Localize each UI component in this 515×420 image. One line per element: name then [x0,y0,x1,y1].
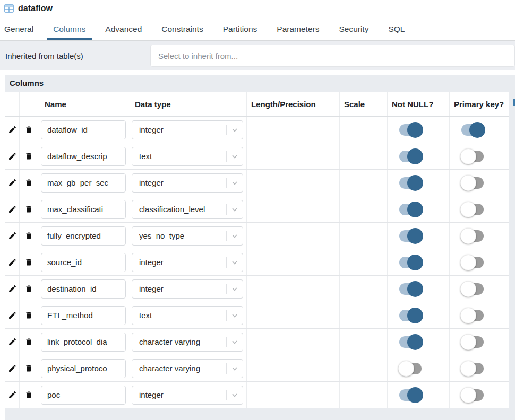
not-null-toggle[interactable] [398,175,424,191]
not-null-toggle[interactable] [398,387,424,403]
data-type-select[interactable]: text [132,147,243,166]
data-type-select[interactable]: character varying [132,359,243,378]
column-name-input[interactable] [41,332,126,352]
data-type-select[interactable]: integer [132,173,243,192]
length-precision-cell[interactable] [247,170,340,196]
not-null-toggle[interactable] [398,281,424,297]
data-type-select[interactable]: character varying [132,332,243,352]
delete-row-button[interactable] [20,196,38,222]
not-null-toggle[interactable] [398,148,424,164]
scale-cell[interactable] [340,196,388,222]
scale-cell[interactable] [340,143,388,169]
data-type-value: character varying [132,364,226,373]
length-precision-cell[interactable] [247,355,340,381]
scale-cell[interactable] [340,329,388,355]
edit-row-button[interactable] [5,249,20,275]
column-name-input[interactable] [41,147,126,166]
trash-icon [24,231,33,240]
primary-key-toggle[interactable] [460,361,486,377]
primary-key-toggle[interactable] [460,202,486,217]
scale-cell[interactable] [340,117,388,143]
tab-columns[interactable]: Columns [47,18,92,40]
delete-row-button[interactable] [20,382,38,408]
data-type-select[interactable]: integer [132,120,243,139]
primary-key-toggle[interactable] [460,387,486,403]
tab-advanced[interactable]: Advanced [99,18,148,40]
scale-cell[interactable] [340,223,388,249]
column-name-input[interactable] [41,200,126,219]
tab-parameters[interactable]: Parameters [270,18,325,40]
edit-row-button[interactable] [5,382,20,408]
column-name-input[interactable] [41,120,126,139]
length-precision-cell[interactable] [247,196,340,222]
delete-row-button[interactable] [20,117,38,143]
edit-row-button[interactable] [5,355,20,381]
primary-key-toggle[interactable] [460,334,486,350]
not-null-toggle[interactable] [398,202,424,217]
column-name-input[interactable] [41,253,126,272]
tab-partitions[interactable]: Partitions [217,18,264,40]
length-precision-cell[interactable] [247,329,340,355]
primary-key-toggle[interactable] [460,148,486,164]
tab-sql[interactable]: SQL [382,18,411,40]
edit-row-button[interactable] [5,170,20,196]
primary-key-toggle[interactable] [460,175,486,191]
scale-cell[interactable] [340,355,388,381]
length-precision-cell[interactable] [247,382,340,408]
scale-cell[interactable] [340,302,388,328]
column-name-input[interactable] [41,226,126,246]
length-precision-cell[interactable] [247,117,340,143]
scale-cell[interactable] [340,170,388,196]
data-type-select[interactable]: integer [132,253,243,272]
not-null-toggle[interactable] [398,122,424,138]
tab-constraints[interactable]: Constraints [155,18,209,40]
length-precision-cell[interactable] [247,276,340,302]
column-name-input[interactable] [41,279,126,299]
primary-key-toggle[interactable] [460,281,486,297]
data-type-select[interactable]: integer [132,279,243,299]
edit-row-button[interactable] [5,329,20,355]
not-null-toggle[interactable] [398,334,424,350]
not-null-toggle[interactable] [398,361,424,377]
edit-row-button[interactable] [5,302,20,328]
tab-general[interactable]: General [0,18,40,40]
not-null-toggle[interactable] [398,255,424,270]
column-name-input[interactable] [41,306,126,325]
primary-key-toggle[interactable] [460,228,486,244]
data-type-select[interactable]: yes_no_type [132,226,243,246]
scale-cell[interactable] [340,382,388,408]
column-name-input[interactable] [41,173,126,192]
not-null-toggle[interactable] [398,308,424,323]
scale-cell[interactable] [340,276,388,302]
data-type-select[interactable]: text [132,306,243,325]
delete-row-button[interactable] [20,143,38,169]
primary-key-toggle[interactable] [460,122,486,138]
delete-row-button[interactable] [20,355,38,381]
length-precision-cell[interactable] [247,143,340,169]
column-name-input[interactable] [41,386,126,405]
data-type-select[interactable]: classification_level [132,200,243,219]
delete-row-button[interactable] [20,170,38,196]
edit-row-button[interactable] [5,143,20,169]
delete-row-button[interactable] [20,276,38,302]
delete-row-button[interactable] [20,223,38,249]
edit-row-button[interactable] [5,223,20,249]
delete-row-button[interactable] [20,302,38,328]
length-precision-cell[interactable] [247,249,340,275]
data-type-select[interactable]: integer [132,386,243,405]
tab-security[interactable]: Security [332,18,375,40]
not-null-toggle[interactable] [398,228,424,244]
edit-row-button[interactable] [5,117,20,143]
primary-key-toggle[interactable] [460,255,486,270]
length-precision-cell[interactable] [247,223,340,249]
delete-row-button[interactable] [20,329,38,355]
length-precision-cell[interactable] [247,302,340,328]
inherited-from-row: Inherited from table(s) [0,41,515,70]
scale-cell[interactable] [340,249,388,275]
column-name-input[interactable] [41,359,126,378]
inherit-from-input[interactable] [150,45,515,67]
delete-row-button[interactable] [20,249,38,275]
primary-key-toggle[interactable] [460,308,486,323]
edit-row-button[interactable] [5,276,20,302]
edit-row-button[interactable] [5,196,20,222]
